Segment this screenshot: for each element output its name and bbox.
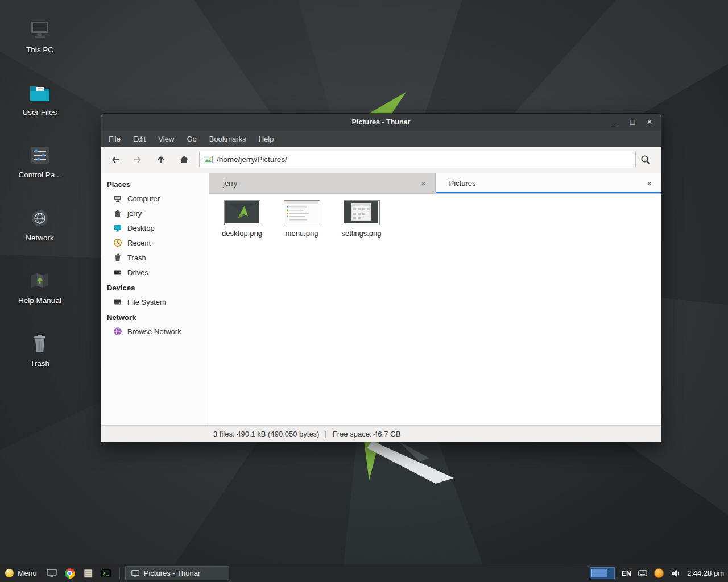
desktop-icon-trash[interactable]: Trash [10,330,69,368]
file-item-settings-png[interactable]: settings.png [334,200,388,238]
file-list-area[interactable]: desktop.png [209,194,661,425]
drive-icon [113,268,122,277]
sidebar-item-desktop[interactable]: Desktop [101,221,209,235]
settings-screenshot-thumbnail [344,200,380,225]
desktop-icon-label: Help Manual [10,296,69,305]
up-button[interactable] [152,151,169,168]
taskbar-clock[interactable]: 2:44:28 pm [687,569,724,577]
menu-edit[interactable]: Edit [127,131,152,147]
forward-arrow-icon [132,154,143,165]
file-manager-button[interactable] [80,566,96,581]
back-arrow-icon [110,154,121,165]
file-item-menu-png[interactable]: menu.png [275,200,329,238]
sidebar-item-jerry-home[interactable]: jerry [101,206,209,221]
trash-icon [10,330,69,354]
file-item-desktop-png[interactable]: desktop.png [215,200,269,238]
desktop-icon-label: This PC [10,45,69,54]
start-menu-button[interactable]: Menu [0,564,43,582]
status-separator: | [325,430,326,438]
desktop-icon-user-files[interactable]: User Files [10,78,69,117]
workspace-pager[interactable] [590,567,615,579]
chrome-core-dot [67,571,72,576]
desktop-icon-label: Control Pa... [10,171,69,179]
menu-screenshot-thumbnail [284,200,320,225]
desktop-icon-label: Network [10,234,69,242]
sidebar-section-network: Network [101,309,209,324]
file-name: menu.png [275,229,329,238]
menu-help[interactable]: Help [253,131,280,147]
home-icon [113,209,122,218]
notifier-icon[interactable] [654,568,664,578]
home-button[interactable] [176,151,193,168]
desktop-icon-help-manual[interactable]: Help Manual [10,267,69,305]
terminal-icon [101,569,111,577]
menu-bar: File Edit View Go Bookmarks Help [101,131,661,147]
sidebar-item-label: File System [127,298,166,306]
clock-icon [113,238,122,247]
browser-button[interactable] [62,566,78,581]
sidebar-item-label: Drives [127,268,148,277]
tab-label: Pictures [449,179,476,188]
desktop-icon-label: User Files [10,108,69,117]
sidebar-section-devices: Devices [101,280,209,294]
tab-bar: jerry × Pictures × [209,173,661,194]
sidebar-item-trash[interactable]: Trash [101,250,209,265]
user-files-folder-icon [10,78,69,102]
taskbar-window-button[interactable]: Pictures - Thunar [125,566,229,580]
volume-icon[interactable] [671,569,680,578]
desktop-icon [113,223,122,232]
sidebar-item-computer[interactable]: Computer [101,191,209,206]
file-manager-icon [84,569,93,578]
sidebar-item-label: Desktop [127,224,155,232]
status-files-summary: 3 files: 490.1 kB (490,050 bytes) [213,430,319,438]
trash-icon [113,253,122,262]
tab-close-icon[interactable]: × [644,177,655,189]
menu-file[interactable]: File [102,131,127,147]
close-button[interactable]: × [643,115,656,129]
tab-jerry[interactable]: jerry × [209,173,436,193]
show-desktop-button[interactable] [44,566,60,581]
menu-label: Menu [18,569,37,577]
taskbar-separator [119,568,120,579]
computer-icon [113,194,122,203]
sidebar-item-label: Browse Network [127,327,181,336]
menu-bookmarks[interactable]: Bookmarks [203,131,253,147]
tab-close-icon[interactable]: × [418,177,429,189]
desktop-root: This PC User Files [0,0,728,582]
back-button[interactable] [107,151,124,168]
desktop-icon-this-pc[interactable]: This PC [10,16,69,54]
forward-button[interactable] [129,151,146,168]
sidebar-item-recent[interactable]: Recent [101,235,209,250]
sidebar-item-browse-network[interactable]: Browse Network [101,324,209,339]
pager-window-preview [592,569,607,577]
tab-pictures[interactable]: Pictures × [436,173,661,193]
search-button[interactable] [637,151,654,168]
status-bar: 3 files: 490.1 kB (490,050 bytes) | Free… [101,425,661,442]
home-icon [179,154,190,165]
terminal-button[interactable] [98,566,114,581]
keyboard-language-indicator[interactable]: EN [622,569,631,577]
desktop-icon-control-panel[interactable]: Control Pa... [10,141,69,179]
minimize-button[interactable]: – [609,115,622,129]
sidebar-item-label: Trash [127,253,146,262]
window-titlebar[interactable]: Pictures - Thunar – □ × [101,114,661,131]
sidebar-section-places: Places [101,176,209,191]
sidebar-item-file-system[interactable]: File System [101,294,209,309]
menu-go[interactable]: Go [180,131,202,147]
location-bar[interactable] [199,151,636,168]
filesystem-drive-icon [113,297,122,306]
sidebar: Places Computer [101,173,209,425]
keyboard-icon[interactable] [638,570,647,576]
sidebar-item-label: Computer [127,194,160,203]
menu-view[interactable]: View [152,131,180,147]
maximize-button[interactable]: □ [626,115,639,129]
folder-pane: jerry × Pictures × [209,173,661,425]
thunar-window-icon [131,570,139,577]
desktop-icon-label: Trash [10,359,69,368]
desktop-icon-network[interactable]: Network [10,204,69,242]
show-desktop-icon [47,569,57,578]
window-title: Pictures - Thunar [101,118,661,126]
sidebar-item-drives[interactable]: Drives [101,265,209,280]
file-name: desktop.png [215,229,269,238]
computer-icon [10,16,69,40]
